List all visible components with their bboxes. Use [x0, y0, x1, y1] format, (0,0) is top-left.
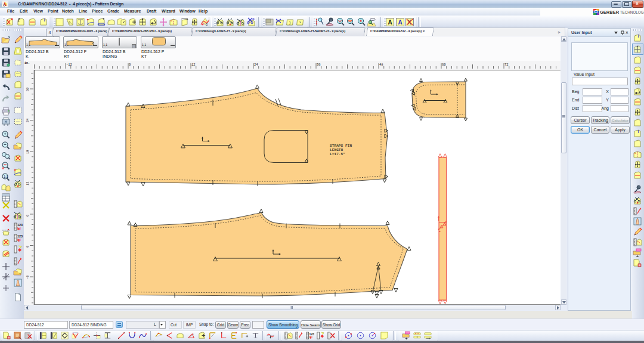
svg-text:): ) — [289, 20, 290, 25]
svg-text:L=17.5": L=17.5" — [330, 152, 345, 156]
svg-text:I▮I: I▮I — [17, 227, 21, 230]
svg-text:LENGTH: LENGTH — [330, 148, 343, 152]
svg-text:1:1: 1:1 — [4, 175, 8, 178]
svg-text:6: 6 — [26, 215, 30, 217]
svg-text:0: 0 — [129, 63, 131, 67]
svg-text:24: 24 — [26, 118, 30, 122]
svg-text:123: 123 — [309, 332, 314, 336]
svg-text:0: 0 — [26, 246, 30, 248]
svg-text:A: A — [388, 19, 392, 26]
svg-text:I▮I: I▮I — [17, 238, 21, 242]
svg-text:12: 12 — [191, 63, 196, 67]
svg-text:48: 48 — [379, 63, 383, 67]
svg-text:72: 72 — [504, 63, 509, 67]
svg-text:A: A — [398, 19, 402, 26]
svg-text:18: 18 — [26, 150, 30, 154]
svg-text:60: 60 — [442, 63, 446, 67]
svg-text:30: 30 — [26, 87, 30, 91]
svg-text:36: 36 — [317, 63, 321, 67]
svg-text:12: 12 — [26, 181, 30, 186]
svg-text:STRAPS FIN: STRAPS FIN — [330, 144, 352, 148]
svg-text:-6: -6 — [26, 275, 30, 279]
svg-text:I▮I: I▮I — [309, 336, 312, 339]
svg-text:24: 24 — [254, 63, 258, 67]
svg-text:-12: -12 — [66, 63, 72, 67]
